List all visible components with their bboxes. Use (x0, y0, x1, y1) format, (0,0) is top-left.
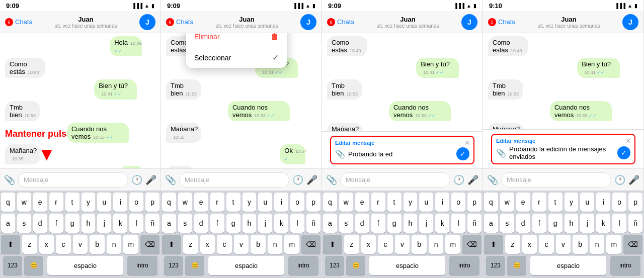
message-row[interactable]: Hora?10:57 (166, 166, 316, 168)
key-d[interactable]: d (355, 214, 369, 233)
key-w[interactable]: w (500, 193, 514, 212)
message-bubble[interactable]: Tmb bien10:53 (488, 79, 523, 100)
back-label[interactable]: Chats (498, 18, 515, 26)
message-bubble[interactable]: Cuando nos vemos10:53 ✓✓ (389, 101, 451, 121)
message-input[interactable]: Mensaje (340, 172, 450, 188)
key-c[interactable]: c (56, 235, 71, 254)
attach-icon[interactable]: 📎 (165, 174, 176, 186)
key-intro[interactable]: intro (127, 256, 157, 275)
key-m[interactable]: m (123, 235, 138, 254)
message-row[interactable]: Tmb bien10:53 (166, 79, 316, 100)
key-p[interactable]: p (628, 193, 642, 212)
message-bubble[interactable]: Cuando nos vemos10:53 ✓✓ (67, 123, 129, 143)
key-o[interactable]: o (612, 193, 626, 212)
avatar[interactable]: J (139, 14, 155, 30)
message-row[interactable]: Bien y tú?10:41 ✓✓ (327, 58, 477, 78)
key-space[interactable]: espacio (208, 256, 284, 275)
back-label[interactable]: Chats (337, 18, 354, 26)
key-v[interactable]: v (234, 235, 249, 254)
key-g[interactable]: g (226, 214, 240, 233)
message-bubble[interactable]: Ok10:57 ✓ (280, 144, 305, 164)
key-t[interactable]: t (226, 193, 240, 212)
key-k[interactable]: k (596, 214, 610, 233)
key-i[interactable]: i (435, 193, 449, 212)
key-z[interactable]: z (344, 235, 359, 254)
message-row[interactable]: Como estás10:40 (327, 36, 477, 56)
key-h[interactable]: h (82, 214, 96, 233)
avatar[interactable]: J (461, 14, 477, 30)
key-c[interactable]: c (539, 235, 554, 254)
key-x[interactable]: x (39, 235, 54, 254)
key-ñ[interactable]: ñ (306, 214, 320, 233)
key-w[interactable]: w (339, 193, 353, 212)
key-shift[interactable]: ⬆ (484, 235, 503, 254)
key-w[interactable]: w (17, 193, 31, 212)
clock-icon[interactable]: 🕐 (614, 174, 625, 186)
message-row[interactable]: Mañana?10:55 (166, 123, 316, 143)
key-v[interactable]: v (556, 235, 571, 254)
message-row[interactable]: Ok10:57 ✓ (5, 166, 155, 168)
message-row[interactable]: Bien y tú?10:41 ✓✓ (488, 58, 638, 78)
key-r[interactable]: r (532, 193, 546, 212)
key-p[interactable]: p (145, 193, 159, 212)
key-y[interactable]: y (565, 193, 579, 212)
key-ñ[interactable]: ñ (467, 214, 481, 233)
message-bubble[interactable]: Como estás10:40 (327, 36, 367, 56)
key-emoji[interactable]: 😊 (507, 256, 526, 275)
avatar[interactable]: J (622, 14, 638, 30)
mic-icon[interactable]: 🎤 (628, 174, 639, 186)
message-row[interactable]: Cuando nos vemos10:53 ✓✓ (327, 101, 477, 121)
key-a[interactable]: a (484, 214, 498, 233)
message-bubble[interactable]: Bien y tú?10:41 ✓✓ (416, 58, 459, 78)
attach-icon[interactable]: 📎 (326, 174, 337, 186)
key-y[interactable]: y (243, 193, 257, 212)
back-label[interactable]: Chats (15, 18, 32, 26)
key-delete[interactable]: ⌫ (623, 235, 642, 254)
key-o[interactable]: o (451, 193, 465, 212)
key-d[interactable]: d (194, 214, 208, 233)
key-q[interactable]: q (162, 193, 176, 212)
mic-icon[interactable]: 🎤 (467, 174, 478, 186)
key-i[interactable]: i (113, 193, 127, 212)
key-i[interactable]: i (274, 193, 288, 212)
key-h[interactable]: h (565, 214, 579, 233)
message-row[interactable]: Hola10:39 ✓✓ (5, 36, 155, 56)
back-button[interactable]: 6 Chats (166, 18, 193, 26)
key-r[interactable]: r (371, 193, 385, 212)
key-z[interactable]: z (183, 235, 198, 254)
key-n[interactable]: n (268, 235, 283, 254)
attach-icon[interactable]: 📎 (487, 174, 498, 186)
key-g[interactable]: g (548, 214, 562, 233)
message-row[interactable]: Tmb bien10:53 (327, 79, 477, 100)
key-l[interactable]: l (612, 214, 626, 233)
key-d[interactable]: d (33, 214, 47, 233)
key-b[interactable]: b (573, 235, 588, 254)
message-row[interactable]: Mañana?10:55 (5, 144, 155, 164)
key-b[interactable]: b (251, 235, 266, 254)
message-bubble[interactable]: Hora?10:57 (166, 166, 195, 168)
message-row[interactable]: Tmb bien10:53 (488, 79, 638, 100)
key-y[interactable]: y (82, 193, 96, 212)
key-z[interactable]: z (22, 235, 37, 254)
message-row[interactable]: Mañana?10:55 (327, 123, 477, 131)
key-i[interactable]: i (596, 193, 610, 212)
key-delete[interactable]: ⌫ (140, 235, 159, 254)
message-bubble[interactable]: Tmb bien10:53 (327, 79, 362, 100)
key-b[interactable]: b (90, 235, 105, 254)
key-u[interactable]: u (580, 193, 594, 212)
key-m[interactable]: m (606, 235, 621, 254)
key-j[interactable]: j (580, 214, 594, 233)
context-menu-item-seleccionar[interactable]: Seleccionar ✓ (186, 47, 287, 68)
key-q[interactable]: q (323, 193, 337, 212)
key-s[interactable]: s (500, 214, 514, 233)
key-space[interactable]: espacio (530, 256, 606, 275)
message-bubble[interactable]: Tmb bien10:53 (5, 101, 40, 121)
key-s[interactable]: s (339, 214, 353, 233)
back-button[interactable]: 5 Chats (488, 18, 515, 26)
edit-input[interactable]: Probando la ed (348, 150, 453, 158)
key-delete[interactable]: ⌫ (301, 235, 320, 254)
key-t[interactable]: t (387, 193, 401, 212)
avatar[interactable]: J (300, 14, 316, 30)
edit-send-button[interactable]: ✓ (456, 147, 469, 160)
message-row[interactable]: Como estás10:40 (5, 58, 155, 78)
